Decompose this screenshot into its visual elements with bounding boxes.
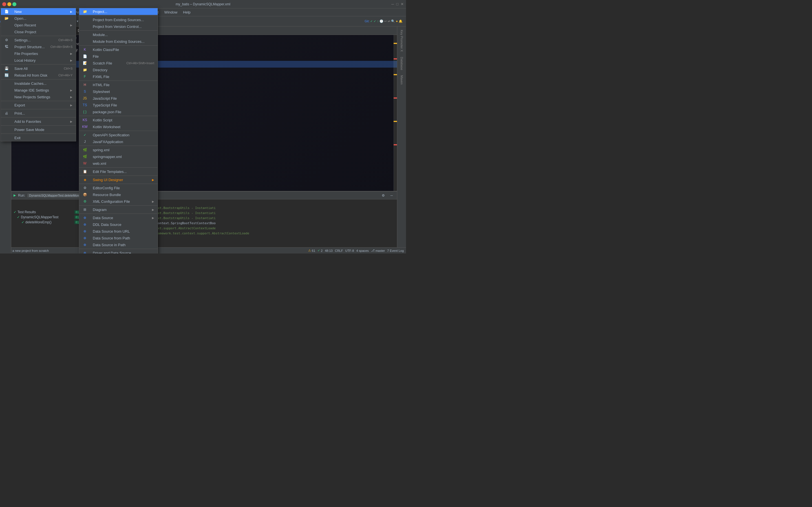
new-proj-settings-label: New Projects Settings [14,95,64,99]
file-menu-power-save[interactable]: Power Save Mode [1,126,76,133]
new-kotlin-worksheet[interactable]: KW Kotlin Worksheet [79,123,158,130]
springmapper-label: springmapper.xml [93,155,154,159]
new-kotlin-class[interactable]: K Kotlin Class/File [79,46,158,53]
new-ds-from-url[interactable]: ⊕ Data Source from URL [79,228,158,235]
new-javafx[interactable]: J JavaFXApplication [79,138,158,145]
new-sep-9 [79,175,158,176]
error-icon: ✓ [317,249,320,252]
file-menu-local-history[interactable]: Local History ▶ [1,57,76,64]
ds-url-icon: ⊕ [83,229,87,233]
new-data-source[interactable]: ⊕ Data Source ▶ [79,214,158,221]
new-js[interactable]: JS JavaScript File [79,95,158,102]
gutter-mark-5 [394,121,397,122]
new-kotlin-script[interactable]: KS Kotlin Script [79,117,158,123]
status-line-ending[interactable]: CRLF [335,249,343,252]
file-menu-reload[interactable]: 🔄 Reload All from Disk Ctrl+Alt+Y [1,72,76,78]
stylesheet-label: Stylesheet [93,90,154,94]
git-icon: Git: [364,19,369,23]
file-menu-invalidate[interactable]: Invalidate Caches... [1,80,76,87]
file-menu-new[interactable]: 📄 New ▶ [1,8,76,15]
status-event-log[interactable]: 7 Event Log [387,249,404,252]
status-position[interactable]: 48:13 [325,249,333,252]
tree-test-results[interactable]: ✓ Test Results 812 [12,210,83,215]
file-menu-new-proj-settings[interactable]: New Projects Settings ▶ [1,94,76,100]
run-close-btn[interactable]: ─ [389,192,395,199]
new-submenu: 📁 Project... Project from Existing Sourc… [79,8,158,253]
new-ds-in-path[interactable]: ⊕ Data Source in Path [79,241,158,248]
file-menu-settings[interactable]: ⚙ Settings... Ctrl+Alt+S [1,37,76,43]
project-label: Project... [93,10,154,14]
file-menu-export[interactable]: Export ▶ [1,102,76,108]
file-menu-project-structure[interactable]: 🏗 Project Structure... Ctrl+Alt+Shift+S [1,43,76,50]
new-file[interactable]: 📄 File [79,53,158,60]
user-icon: ● [396,19,398,23]
file-menu-save-all[interactable]: 💾 Save All Ctrl+S [1,65,76,72]
right-database[interactable]: Database [400,55,404,72]
history-icon [4,58,9,62]
new-from-vcs[interactable]: Project from Version Control... [79,23,158,30]
window-control-minimize[interactable]: ─ [391,2,394,6]
new-ds-from-path[interactable]: ⊕ Data Source from Path [79,235,158,241]
tree-method[interactable]: ✓ deleteMoreEmp() 812 [12,220,83,225]
new-ts[interactable]: TS TypeScript File [79,102,158,108]
new-spring-xml[interactable]: 🌿 spring.xml [79,147,158,153]
ddl-label: DDL Data Source [93,223,154,227]
new-openapi[interactable]: ✓ OpenAPI Specification [79,131,158,138]
status-indentation[interactable]: 4 spaces [356,249,369,252]
menu-help[interactable]: Help [180,9,193,15]
new-html[interactable]: H HTML File [79,81,158,88]
ds-url-label: Data Source from URL [93,229,154,233]
new-from-existing[interactable]: Project from Existing Sources... [79,16,158,23]
file-menu-open-recent[interactable]: Open Recent ▶ [1,22,76,29]
new-springmapper-xml[interactable]: 🌿 springmapper.xml [79,153,158,160]
right-maven[interactable]: Maven [400,73,404,87]
right-key-promoter[interactable]: Key Promoter X [400,27,404,54]
maximize-button[interactable] [12,2,16,6]
new-swing-designer[interactable]: ◈ Swing UI Designer ▶ [79,176,158,183]
new-stylesheet[interactable]: S Stylesheet [79,88,158,95]
error-count: 2 [321,249,322,252]
minimize-button[interactable] [7,2,11,6]
file-menu-print[interactable]: 🖨 Print... [1,110,76,117]
new-directory[interactable]: 📁 Directory [79,66,158,73]
open-icon: 📂 [4,16,9,20]
new-project-item[interactable]: 📁 Project... [79,8,158,15]
new-fxml[interactable]: F FXML File [79,73,158,80]
openapi-icon: ✓ [83,133,87,137]
recent-label: Open Recent [14,23,64,27]
menu-window[interactable]: Window [161,9,180,15]
file-menu-exit[interactable]: Exit [1,134,76,141]
git-check: ✓ [370,19,373,23]
new-xml-config[interactable]: ⚙ XML Configuration File ▶ [79,198,158,205]
new-module[interactable]: Module... [79,31,158,38]
file-menu-manage-ide[interactable]: Manage IDE Settings ▶ [1,87,76,94]
editorconfig-label: EditorConfig File [93,186,154,190]
run-config-name[interactable]: DynamicSQLMapperTest.deleteMore [28,193,82,198]
new-editorconfig[interactable]: ⚙ EditorConfig File [79,184,158,191]
window-control-close[interactable]: ✕ [401,2,404,6]
window-control-maximize[interactable]: □ [396,2,398,6]
new-resource-bundle[interactable]: 📦 Resource Bundle [79,191,158,198]
file-menu-add-favorites[interactable]: Add to Favorites ▶ [1,118,76,125]
status-encoding[interactable]: UTF-8 [345,249,354,252]
new-sep-7 [79,146,158,146]
tree-class[interactable]: ✓ DynamicSQLMapperTest 812 [12,215,83,220]
run-settings-btn[interactable]: ⚙ [380,192,386,199]
new-web-xml[interactable]: W web.xml [79,160,158,167]
file-menu-open[interactable]: 📂 Open... [1,15,76,22]
new-driver-data-source[interactable]: ⊕ Driver and Data Source [79,249,158,253]
new-ddl-data-source[interactable]: ⊕ DDL Data Source [79,221,158,228]
notification-icon: 🔔 [399,19,403,23]
new-module-existing[interactable]: Module from Existing Sources... [79,38,158,45]
file-menu-file-props[interactable]: File Properties ▶ [1,50,76,57]
new-edit-templates[interactable]: 📋 Edit File Templates... [79,168,158,175]
invalidate-label: Invalidate Caches... [14,81,72,86]
new-scratch[interactable]: 📝 Scratch File Ctrl+Alt+Shift+Insert [79,60,158,66]
status-warnings[interactable]: ⚠ 61 [308,249,315,252]
status-errors[interactable]: ✓ 2 [317,249,322,252]
close-button[interactable] [2,2,6,6]
new-package-json[interactable]: { } package.json File [79,108,158,115]
status-git-branch[interactable]: ⎇ master [371,249,385,252]
file-menu-close-project[interactable]: Close Project [1,29,76,35]
new-diagram[interactable]: ⊞ Diagram ▶ [79,206,158,213]
